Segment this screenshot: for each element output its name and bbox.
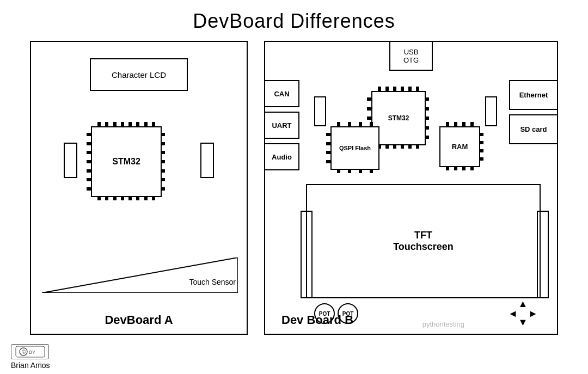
- usb-otg-module: USB OTG: [389, 41, 433, 71]
- pin: [128, 196, 132, 200]
- pin: [161, 169, 165, 173]
- cc-icon: © BY: [15, 346, 45, 358]
- dpad-up: ▲: [518, 298, 528, 310]
- pin: [454, 166, 457, 170]
- author-name: Brian Amos: [11, 361, 50, 370]
- pin: [144, 196, 148, 200]
- pin: [416, 144, 419, 149]
- chip-pins-top-qspi: [337, 122, 373, 127]
- pin: [161, 142, 165, 145]
- page-title: DevBoard Differences: [0, 0, 588, 38]
- qspi-label: QSPI Flash: [339, 145, 371, 151]
- pin: [359, 122, 362, 126]
- pin: [479, 141, 483, 144]
- pin: [97, 122, 101, 126]
- chip-pins-right-ram: [479, 133, 485, 161]
- pin: [479, 149, 483, 152]
- pin: [370, 122, 373, 126]
- dpad-down: ▼: [518, 317, 528, 328]
- pin: [378, 87, 381, 91]
- pin: [326, 133, 330, 136]
- touch-triangle: [42, 257, 238, 293]
- pin: [348, 122, 351, 126]
- can-module: CAN: [264, 80, 299, 107]
- pin: [401, 144, 404, 149]
- pin: [121, 122, 124, 126]
- pin: [87, 178, 91, 181]
- pin: [470, 122, 474, 126]
- uart-module: UART: [264, 112, 299, 139]
- pin: [105, 122, 108, 126]
- pin: [161, 160, 165, 163]
- pin: [326, 160, 330, 163]
- pin: [367, 107, 371, 111]
- pin: [326, 142, 330, 145]
- tft-touchscreen: TFT Touchscreen: [306, 184, 541, 298]
- audio-label: Audio: [272, 153, 292, 161]
- board-b: USB OTG CAN UART Audio Ethernet SD card: [264, 41, 558, 335]
- pin: [385, 87, 389, 91]
- pin: [87, 187, 91, 191]
- svg-marker-0: [42, 257, 238, 293]
- qspi-chip-body: QSPI Flash: [330, 126, 379, 170]
- pin: [370, 169, 373, 173]
- chip-pins-left-a: [87, 133, 92, 191]
- chip-pins-right-b: [425, 97, 430, 139]
- pin: [136, 196, 139, 200]
- touch-sensor-area: Touch Sensor: [42, 255, 236, 293]
- pin: [393, 144, 396, 149]
- chip-pins-bottom-ram: [446, 166, 474, 171]
- pin: [113, 196, 117, 200]
- pin: [479, 157, 483, 161]
- tft-label: TFT Touchscreen: [393, 230, 454, 253]
- pin: [121, 196, 124, 200]
- chip-pins-top-a: [97, 122, 155, 127]
- stm32-chip-b: STM32: [371, 91, 426, 145]
- dpad-right: ►: [528, 308, 538, 319]
- vert-connector-right: [537, 211, 549, 298]
- ram-chip-body: RAM: [439, 126, 480, 167]
- vert-connector-left: [301, 211, 313, 298]
- svg-text:©: ©: [22, 349, 26, 355]
- pin: [446, 122, 449, 126]
- pin: [416, 87, 419, 91]
- pin: [87, 142, 91, 145]
- svg-text:BY: BY: [29, 350, 35, 355]
- pin: [425, 117, 429, 120]
- ethernet-module: Ethernet: [509, 80, 558, 110]
- chip-body-a: STM32: [91, 126, 162, 197]
- pin: [348, 169, 351, 173]
- pin: [367, 117, 371, 120]
- stm32-label-a: STM32: [112, 157, 140, 167]
- pin: [393, 87, 396, 91]
- board-a: Character LCD: [30, 41, 248, 335]
- pin: [144, 122, 148, 126]
- chip-pins-bottom-a: [97, 196, 155, 201]
- board-a-label: DevBoard A: [31, 313, 247, 327]
- dpad-left: ◄: [508, 308, 518, 319]
- pin: [425, 136, 429, 139]
- pin: [87, 160, 91, 163]
- pin: [161, 151, 165, 154]
- pin: [462, 122, 465, 126]
- pin: [113, 122, 117, 126]
- board-b-label: Dev Board B: [281, 313, 353, 327]
- ram-chip: RAM: [439, 126, 480, 167]
- pin: [462, 166, 465, 170]
- watermark: pythontesting: [422, 320, 464, 328]
- connector-left-a: [64, 143, 77, 178]
- audio-module: Audio: [264, 143, 299, 170]
- dpad: ▲ ▼ ◄ ►: [508, 298, 538, 328]
- left-connectors: CAN UART Audio: [264, 80, 299, 170]
- chip-pins-left-qspi: [326, 133, 332, 163]
- stm32-chip-a: STM32: [91, 126, 162, 197]
- chip-pins-bottom-qspi: [337, 169, 373, 174]
- pin: [367, 97, 371, 101]
- usb-otg-label: USB OTG: [403, 48, 419, 64]
- connector-small-right-b: [485, 96, 497, 126]
- chip-pins-bottom-b: [378, 144, 419, 150]
- pin: [161, 187, 165, 191]
- ethernet-label: Ethernet: [519, 91, 548, 99]
- touch-sensor-label: Touch Sensor: [189, 278, 236, 286]
- stm32-label-b: STM32: [388, 114, 409, 122]
